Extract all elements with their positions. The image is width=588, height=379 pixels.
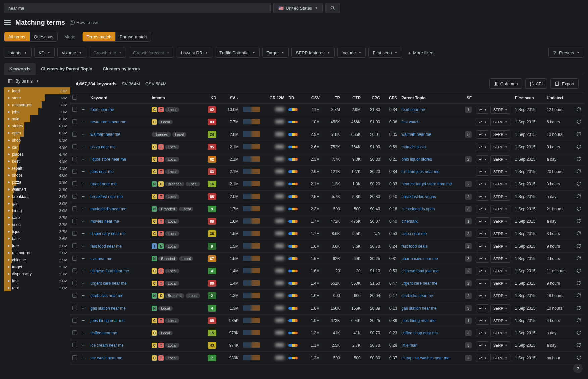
presets-button[interactable]: Presets▼ [548,48,584,58]
serp-btn[interactable]: SERP ▾ [490,230,510,238]
keyword-link[interactable]: starbucks near me [91,293,124,298]
expand-row-icon[interactable]: + [82,181,85,187]
row-checkbox[interactable] [72,219,77,223]
col-tp[interactable]: TP [322,92,342,104]
chart-btn[interactable]: ▾ [476,255,489,263]
col-intents[interactable]: Intents [150,92,203,104]
keyword-link[interactable]: movies near me [91,219,119,224]
sidebar-item-places[interactable]: ▶ places 4.7M [4,151,70,158]
sidebar-item-jobs[interactable]: ▶ jobs 11M [4,108,70,115]
sidebar-item-shop[interactable]: ▶ shop 5.3M [4,137,70,144]
col-sv[interactable]: SV ▾ [218,92,241,104]
row-checkbox[interactable] [72,306,77,310]
parent-topic-link[interactable]: marco's pizza [401,145,426,149]
row-checkbox[interactable] [72,355,77,360]
refresh-icon[interactable] [576,157,581,162]
expand-row-icon[interactable]: + [82,169,85,175]
parent-topic-link[interactable]: little man [401,343,417,348]
serp-btn[interactable]: SERP ▾ [490,341,510,349]
chart-btn[interactable]: ▾ [476,329,489,337]
tab-clusters-parent-topic[interactable]: Clusters by Parent Topic [36,63,97,75]
chart-btn[interactable]: ▾ [476,180,489,188]
row-checkbox[interactable] [72,281,77,285]
col-kd[interactable]: KD [203,92,218,104]
serp-btn[interactable]: SERP ▾ [490,279,510,287]
chart-btn[interactable]: ▾ [476,230,489,238]
seg-phrase-match[interactable]: Phrase match [115,32,151,41]
serp-btn[interactable]: SERP ▾ [490,193,510,201]
tab-clusters-terms[interactable]: Clusters by terms [97,63,145,75]
keyword-link[interactable]: food near me [91,107,114,112]
sidebar-item-bank[interactable]: ▶ bank 2.6M [4,235,70,242]
filter-growth-forecast[interactable]: Growth forecast▼ [129,48,174,58]
sidebar-item-best[interactable]: ▶ best 4.3M [4,158,70,165]
col-gsv[interactable]: GSV [302,92,322,104]
row-checkbox[interactable] [72,343,77,347]
col-keyword[interactable]: Keyword [89,92,150,104]
refresh-icon[interactable] [576,219,581,224]
refresh-icon[interactable] [576,144,581,150]
expand-row-icon[interactable]: + [82,293,85,299]
serp-btn[interactable]: SERP ▾ [490,304,510,312]
sidebar-item-walmart[interactable]: ▶ walmart 3.1M [4,186,70,193]
keyword-link[interactable]: liquor store near me [91,157,126,162]
filter-serp-features[interactable]: SERP features▼ [291,48,335,58]
select-all-checkbox[interactable] [72,95,77,100]
keyword-link[interactable]: pizza near me [91,145,116,149]
expand-row-icon[interactable]: + [82,318,85,324]
seg-questions[interactable]: Questions [30,32,58,41]
serp-btn[interactable]: SERP ▾ [490,354,510,362]
keyword-link[interactable]: gas station near me [91,306,126,311]
chart-btn[interactable]: ▾ [476,292,489,300]
refresh-icon[interactable] [576,281,581,286]
row-checkbox[interactable] [72,107,77,112]
parent-topic-link[interactable]: pharmacies near me [401,256,438,261]
row-checkbox[interactable] [72,132,77,137]
serp-btn[interactable]: SERP ▾ [490,155,510,163]
expand-row-icon[interactable]: + [82,243,85,249]
row-checkbox[interactable] [72,268,77,273]
expand-row-icon[interactable]: + [82,119,85,125]
refresh-icon[interactable] [576,231,581,237]
parent-topic-link[interactable]: nearest target store from me [401,182,452,186]
expand-row-icon[interactable]: + [82,305,85,311]
row-checkbox[interactable] [72,144,77,149]
row-checkbox[interactable] [72,206,77,211]
serp-btn[interactable]: SERP ▾ [490,106,510,114]
sidebar-item-care[interactable]: ▶ care 2.7M [4,214,70,221]
col-first-seen[interactable]: First seen [513,92,545,104]
keyword-link[interactable]: chinese food near me [91,269,129,273]
refresh-icon[interactable] [576,194,581,200]
keyword-link[interactable]: restaurants near me [91,120,126,124]
keyword-link[interactable]: urgent care near me [91,281,127,286]
sidebar-item-store[interactable]: ▶ store 13M [4,94,70,101]
keyword-link[interactable]: jobs near me [91,169,114,174]
filter-kd[interactable]: KD▼ [34,48,55,58]
columns-button[interactable]: Columns [489,78,522,89]
parent-topic-link[interactable]: fast food deals [401,244,427,249]
sidebar-item-dispensary[interactable]: ▶ dispensary 2.1M [4,270,70,277]
col-updated[interactable]: Updated [545,92,574,104]
expand-row-icon[interactable]: + [82,131,85,138]
filter-target[interactable]: Target▼ [262,48,289,58]
sidebar-item-breakfast[interactable]: ▶ breakfast 3.0M [4,193,70,200]
chart-btn[interactable]: ▾ [476,205,489,213]
row-checkbox[interactable] [72,256,77,261]
chart-btn[interactable]: ▾ [476,267,489,275]
filter-volume[interactable]: Volume▼ [57,48,86,58]
refresh-icon[interactable] [576,107,581,113]
expand-row-icon[interactable]: + [82,206,85,212]
keyword-link[interactable]: target near me [91,182,117,186]
serp-btn[interactable]: SERP ▾ [490,130,510,139]
country-select[interactable]: 🇺🇸 United States▼ [273,3,323,13]
sidebar-item-chinese[interactable]: ▶ chinese 2.5M [4,256,70,263]
serp-btn[interactable]: SERP ▾ [490,317,510,325]
export-button[interactable]: Export [550,78,579,89]
chart-btn[interactable]: ▾ [476,155,489,163]
keyword-link[interactable]: mcdonald's near me [91,207,127,211]
api-button[interactable]: { } API [525,78,547,89]
parent-topic-link[interactable]: cheap car washes near me [401,356,449,360]
sidebar-item-car[interactable]: ▶ car 4.9M [4,144,70,151]
sidebar-item-restaurants[interactable]: ▶ restaurants 12M [4,101,70,108]
refresh-icon[interactable] [576,268,581,274]
